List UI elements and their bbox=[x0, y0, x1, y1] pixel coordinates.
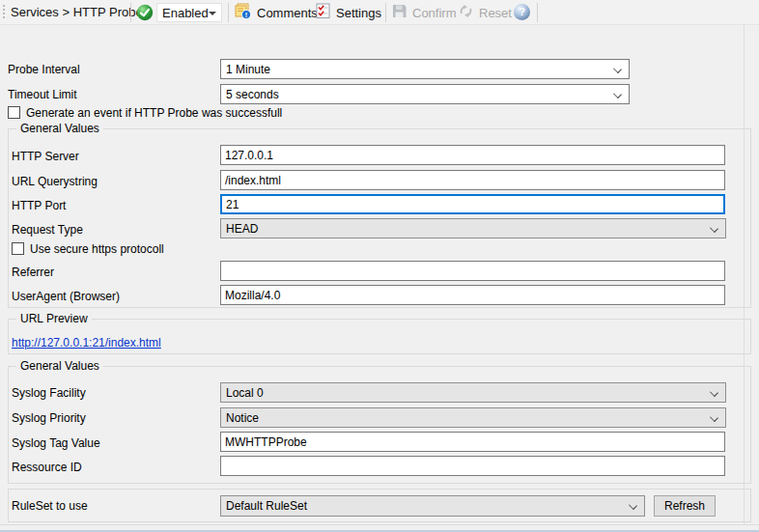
toolbar-separator bbox=[385, 3, 386, 22]
http-server-label: HTTP Server bbox=[12, 150, 79, 163]
confirm-button[interactable]: Confirm bbox=[391, 0, 457, 25]
http-port-label: HTTP Port bbox=[12, 199, 66, 212]
breadcrumb: Services > HTTP Probe bbox=[11, 0, 143, 25]
chevron-down-icon bbox=[613, 90, 622, 98]
syslog-priority-dropdown[interactable]: Notice bbox=[220, 407, 726, 428]
help-icon[interactable]: ? bbox=[514, 4, 530, 20]
syslog-tag-label: Syslog Tag Value bbox=[12, 436, 100, 450]
settings-button-label: Settings bbox=[336, 6, 381, 20]
probe-interval-dropdown[interactable]: 1 Minute bbox=[220, 59, 630, 79]
comments-button[interactable]: ! Comments bbox=[234, 0, 318, 25]
probe-interval-value: 1 Minute bbox=[226, 63, 270, 76]
referrer-label: Referrer bbox=[12, 266, 54, 279]
reset-button-label: Reset bbox=[479, 6, 512, 20]
syslog-facility-label: Syslog Facility bbox=[12, 386, 86, 400]
secure-https-checkbox-label: Use secure https protocoll bbox=[30, 242, 164, 256]
request-type-value: HEAD bbox=[226, 222, 258, 236]
syslog-tag-input[interactable] bbox=[220, 432, 725, 452]
reset-button[interactable]: Reset bbox=[458, 0, 512, 25]
chevron-down-icon bbox=[710, 224, 718, 233]
toolbar-separator bbox=[228, 3, 229, 22]
group-title: URL Preview bbox=[16, 312, 92, 325]
timeout-limit-label: Timeout Limit bbox=[8, 88, 77, 101]
save-floppy-icon bbox=[391, 3, 408, 22]
probe-interval-label: Probe Interval bbox=[8, 63, 80, 76]
generate-event-checkbox[interactable] bbox=[8, 106, 20, 119]
http-port-input[interactable] bbox=[220, 194, 725, 214]
syslog-facility-value: Local 0 bbox=[226, 386, 264, 400]
toolbar: Services > HTTP Probe Enabled bbox=[0, 0, 759, 25]
group-title: General Values bbox=[16, 359, 103, 373]
referrer-input[interactable] bbox=[220, 261, 725, 281]
panel-right-divider bbox=[744, 25, 745, 524]
useragent-input[interactable] bbox=[220, 285, 725, 305]
http-probe-config-panel: Services > HTTP Probe Enabled bbox=[0, 0, 759, 532]
bottom-divider bbox=[0, 524, 759, 525]
url-preview-link[interactable]: http://127.0.0.1:21/index.html bbox=[12, 336, 161, 350]
ruleset-label: RuleSet to use bbox=[12, 499, 88, 513]
confirm-button-label: Confirm bbox=[412, 6, 457, 20]
reset-arrows-icon bbox=[458, 3, 474, 22]
group-title: General Values bbox=[16, 122, 103, 135]
refresh-button[interactable]: Refresh bbox=[654, 495, 716, 517]
http-server-input[interactable] bbox=[220, 145, 725, 165]
secure-https-checkbox[interactable] bbox=[12, 242, 24, 255]
comments-note-icon: ! bbox=[234, 2, 252, 23]
timeout-limit-value: 5 seconds bbox=[226, 88, 279, 101]
settings-checklist-icon bbox=[316, 3, 331, 22]
ressource-id-input[interactable] bbox=[220, 456, 725, 476]
timeout-limit-dropdown[interactable]: 5 seconds bbox=[220, 84, 630, 104]
enabled-state-value: Enabled bbox=[162, 5, 209, 21]
url-querystring-label: URL Querystring bbox=[12, 175, 98, 188]
generate-event-checkbox-label: Generate an event if HTTP Probe was succ… bbox=[26, 106, 282, 120]
enabled-state-dropdown[interactable]: Enabled bbox=[156, 3, 222, 22]
useragent-label: UserAgent (Browser) bbox=[12, 290, 120, 303]
comments-button-label: Comments bbox=[257, 6, 318, 20]
url-querystring-input[interactable] bbox=[220, 170, 725, 190]
status-enabled-icon bbox=[136, 4, 154, 21]
chevron-down-icon bbox=[613, 65, 622, 73]
toolbar-separator bbox=[537, 3, 538, 22]
settings-button[interactable]: Settings bbox=[316, 0, 381, 25]
chevron-down-icon bbox=[710, 413, 718, 422]
request-type-dropdown[interactable]: HEAD bbox=[220, 218, 726, 238]
toolbar-separator bbox=[130, 3, 131, 22]
svg-text:!: ! bbox=[245, 11, 248, 19]
chevron-down-icon bbox=[629, 501, 637, 510]
request-type-label: Request Type bbox=[12, 223, 83, 237]
syslog-priority-label: Syslog Priority bbox=[12, 411, 86, 425]
ruleset-value: Default RuleSet bbox=[226, 499, 307, 513]
syslog-facility-dropdown[interactable]: Local 0 bbox=[220, 382, 726, 403]
syslog-priority-value: Notice bbox=[226, 411, 259, 425]
ruleset-dropdown[interactable]: Default RuleSet bbox=[220, 495, 645, 517]
chevron-down-icon bbox=[710, 388, 718, 397]
toolbar-grip[interactable] bbox=[3, 5, 5, 20]
ressource-id-label: Ressource ID bbox=[12, 461, 82, 474]
chevron-down-icon[interactable] bbox=[209, 12, 216, 15]
